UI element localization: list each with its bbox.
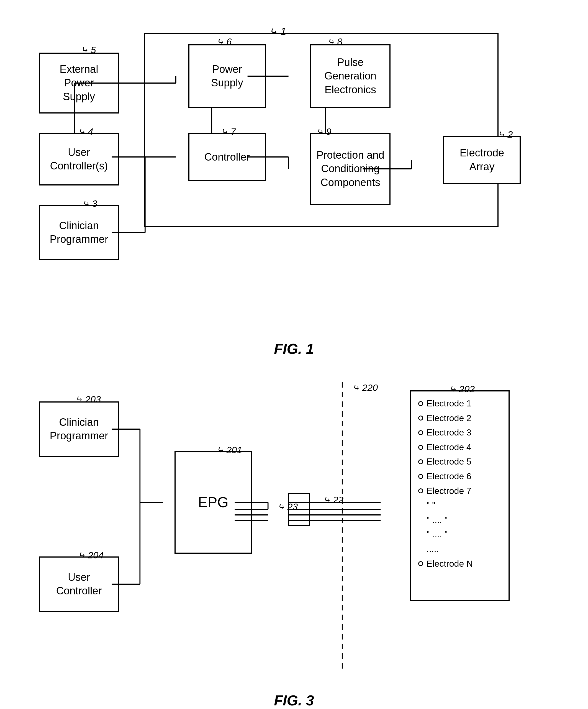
electrode-dot: [418, 474, 423, 479]
fig3-wrapper: Clinician Programmer ⤷ 203 EPG ⤷ 201 Use…: [22, 374, 566, 706]
electrode-dot: [418, 561, 423, 566]
electrode-array-box: Electrode Array: [443, 136, 521, 184]
ref-5: ⤷ 5: [80, 44, 96, 55]
ref-7: ⤷ 7: [220, 126, 236, 137]
electrode-item-11: Electrode N: [418, 557, 501, 571]
electrode-dot: [418, 416, 423, 421]
ref-220: ⤷ 220: [352, 382, 378, 393]
fig1-label: FIG. 1: [22, 341, 566, 357]
electrode-dot: [418, 459, 423, 464]
electrode-item-9: " .... ": [418, 528, 501, 542]
electrode-item-10: .....: [418, 542, 501, 556]
ref-8: ⤷ 8: [327, 36, 342, 47]
ref-23: ⤷ 23: [277, 501, 298, 512]
power-supply-box: Power Supply: [188, 44, 266, 108]
ref-201: ⤷ 201: [216, 444, 242, 455]
fig3-container: Clinician Programmer ⤷ 203 EPG ⤷ 201 Use…: [22, 374, 566, 687]
ref-22: ⤷ 22: [323, 494, 343, 505]
ref-3: ⤷ 3: [82, 198, 97, 209]
fig1-container: ⤷ 1 External Power Supply ⤷ 5 Power Supp…: [22, 17, 566, 330]
electrode-item-3: Electrode 4: [418, 441, 501, 454]
electrode-item-5: Electrode 6: [418, 470, 501, 483]
electrode-dot: [418, 401, 423, 406]
controller-box: Controller: [188, 133, 266, 181]
ref-1: ⤷ 1: [269, 25, 286, 38]
pulse-generation-box: Pulse Generation Electronics: [310, 44, 390, 108]
ref-9: ⤷ 9: [316, 126, 331, 137]
epg-box: EPG: [175, 451, 252, 554]
electrode-item-4: Electrode 5: [418, 455, 501, 469]
ref-4: ⤷ 4: [78, 126, 93, 137]
electrode-dot: [418, 488, 423, 493]
ref-2: ⤷ 2: [497, 129, 513, 140]
ref-204: ⤷ 204: [78, 550, 104, 560]
ref-6: ⤷ 6: [216, 36, 232, 47]
page-container: ⤷ 1 External Power Supply ⤷ 5 Power Supp…: [0, 0, 588, 709]
clinician-programmer-box: Clinician Programmer: [39, 205, 119, 260]
clinician-programmer-box-203: Clinician Programmer: [39, 401, 119, 457]
electrode-item-1: Electrode 2: [418, 412, 501, 425]
fig3-label: FIG. 3: [22, 692, 566, 709]
electrode-dot: [418, 445, 423, 450]
user-controller-box-204: User Controller: [39, 556, 119, 612]
electrode-item-0: Electrode 1: [418, 397, 501, 411]
electrode-item-6: Electrode 7: [418, 484, 501, 498]
user-controllers-box: User Controller(s): [39, 133, 119, 185]
electrode-list: Electrode 1Electrode 2Electrode 3Electro…: [410, 390, 510, 601]
ref-203: ⤷ 203: [75, 394, 101, 405]
external-power-supply-box: External Power Supply: [39, 53, 119, 113]
electrode-dot: [418, 430, 423, 435]
electrode-item-2: Electrode 3: [418, 426, 501, 440]
electrode-item-7: " ": [418, 499, 501, 513]
protection-conditioning-box: Protection and Conditioning Components: [310, 133, 390, 205]
electrode-item-8: " .... ": [418, 513, 501, 527]
